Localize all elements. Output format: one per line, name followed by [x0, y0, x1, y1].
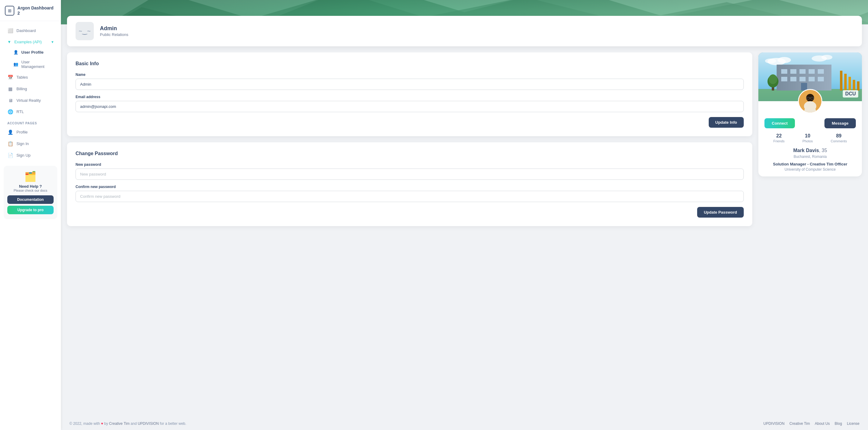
sidebar-item-virtual-reality[interactable]: 🖥 Virtual Reality: [2, 95, 59, 106]
brand-name: Argon Dashboard 2: [18, 5, 56, 16]
user-management-icon: 👥: [13, 62, 18, 66]
user-management-label: User Management: [21, 60, 54, 69]
sign-up-icon: 📄: [7, 153, 13, 158]
name-field-group: Name: [75, 73, 744, 90]
sidebar-nav: ⬜ Dashboard ▼ Examples (API) ▾ 👤 User Pr…: [0, 21, 61, 425]
footer-links: UPDIVISION Creative Tim About Us Blog Li…: [764, 422, 860, 426]
footer: © 2022, made with ♥ by Creative Tim and …: [61, 417, 868, 430]
footer-link-blog[interactable]: Blog: [835, 422, 842, 426]
footer-heart: ♥: [101, 422, 103, 426]
billing-label: Billing: [17, 87, 27, 91]
profile-card: DCU: [758, 52, 862, 176]
help-title: Need Help ?: [7, 184, 54, 189]
change-password-card: Change Password New password Confirm new…: [67, 142, 752, 226]
person-title: Solution Manager - Creative Tim Officer: [765, 162, 856, 166]
upgrade-button[interactable]: Upgrade to pro: [7, 206, 54, 214]
footer-copyright: © 2022, made with ♥ by Creative Tim and …: [69, 422, 186, 426]
basic-info-title: Basic Info: [75, 61, 744, 66]
friends-count: 22: [773, 133, 784, 139]
examples-label: Examples (API): [14, 39, 42, 44]
svg-rect-24: [848, 77, 851, 90]
sidebar-item-billing[interactable]: ▦ Billing: [2, 84, 59, 94]
new-password-input[interactable]: [75, 169, 744, 180]
name-label: Name: [75, 73, 744, 77]
content-area: Basic Info Name Email address Update Inf…: [61, 52, 868, 417]
confirm-password-input[interactable]: [75, 191, 744, 202]
footer-link-license[interactable]: License: [847, 422, 860, 426]
user-profile-label: User Profile: [21, 50, 43, 55]
sign-in-icon: 📋: [7, 141, 13, 147]
documentation-button[interactable]: Documentation: [7, 195, 54, 204]
message-button[interactable]: Message: [825, 118, 856, 128]
svg-rect-13: [800, 69, 806, 74]
sidebar-item-profile[interactable]: 👤 Profile: [2, 127, 59, 138]
avatar-icon: ~‿~: [79, 28, 90, 34]
profile-icon: 👤: [7, 130, 13, 135]
email-input[interactable]: [75, 101, 744, 112]
person-location: Bucharest, Romania: [765, 154, 856, 159]
svg-point-31: [806, 94, 814, 102]
profile-header-card: ~‿~ Admin Public Relations: [67, 16, 862, 46]
sidebar-item-rtl[interactable]: 🌐 RTL: [2, 106, 59, 117]
profile-card-avatar: [798, 89, 822, 113]
sidebar-item-sign-in[interactable]: 📋 Sign In: [2, 138, 59, 149]
rtl-icon: 🌐: [7, 109, 13, 115]
sidebar-item-dashboard[interactable]: ⬜ Dashboard: [2, 25, 59, 36]
photos-stat: 10 Photos: [803, 133, 813, 143]
sidebar-help-box: 🗂️ Need Help ? Please check our docs Doc…: [4, 166, 57, 219]
svg-point-6: [765, 58, 776, 63]
change-password-title: Change Password: [75, 151, 744, 156]
profile-name-section: Mark Davis, 35 Bucharest, Romania Soluti…: [758, 148, 862, 176]
name-input[interactable]: [75, 79, 744, 90]
vr-label: Virtual Reality: [17, 98, 41, 103]
brand-icon: ⊞: [5, 6, 14, 16]
sidebar-item-label: Dashboard: [17, 28, 36, 33]
sidebar-sub-item-user-management[interactable]: 👥 User Management: [2, 57, 59, 71]
person-age: , 35: [819, 148, 827, 153]
dcu-label: DCU: [843, 90, 858, 97]
svg-rect-18: [800, 77, 806, 81]
basic-info-card: Basic Info Name Email address Update Inf…: [67, 52, 752, 136]
main-content: ~‿~ Admin Public Relations Basic Info Na…: [61, 0, 868, 430]
sidebar: ⊞ Argon Dashboard 2 ⬜ Dashboard ▼ Exampl…: [0, 0, 61, 430]
sidebar-item-tables[interactable]: 📅 Tables: [2, 72, 59, 83]
left-column: Basic Info Name Email address Update Inf…: [67, 52, 752, 411]
vr-icon: 🖥: [7, 98, 13, 103]
sidebar-item-sign-up[interactable]: 📄 Sign Up: [2, 150, 59, 161]
footer-link-updivision[interactable]: UPDIVISION: [764, 422, 784, 426]
svg-rect-12: [790, 69, 797, 74]
chevron-down-icon: ▾: [52, 39, 54, 44]
update-password-button[interactable]: Update Password: [697, 207, 744, 218]
tables-label: Tables: [17, 75, 28, 80]
update-info-button[interactable]: Update Info: [709, 117, 744, 128]
svg-rect-22: [840, 71, 842, 90]
examples-icon: ▼: [7, 39, 11, 44]
sidebar-item-examples-api[interactable]: ▼ Examples (API) ▾: [2, 37, 59, 47]
email-field-group: Email address: [75, 95, 744, 112]
help-subtitle: Please check our docs: [7, 189, 54, 192]
connect-button[interactable]: Connect: [765, 118, 795, 128]
user-profile-icon: 👤: [13, 50, 18, 55]
svg-rect-17: [790, 77, 797, 81]
sidebar-sub-item-user-profile[interactable]: 👤 User Profile: [2, 48, 59, 57]
sign-up-label: Sign Up: [17, 153, 30, 157]
footer-link-about-us[interactable]: About Us: [815, 422, 830, 426]
footer-link-creative-tim[interactable]: Creative Tim: [789, 422, 810, 426]
svg-rect-20: [818, 77, 824, 81]
dashboard-icon: ⬜: [7, 28, 13, 33]
profile-label: Profile: [17, 130, 28, 134]
footer-updivision-link[interactable]: UPDIVISION: [138, 422, 159, 426]
confirm-password-group: Confirm new password: [75, 185, 744, 202]
svg-rect-15: [818, 69, 824, 74]
rtl-label: RTL: [17, 109, 24, 114]
right-column: DCU: [758, 52, 862, 411]
friends-stat: 22 Friends: [773, 133, 784, 143]
profile-stats: 22 Friends 10 Photos 89 Comments: [758, 128, 862, 148]
footer-creative-tim-link[interactable]: Creative Tim: [109, 422, 129, 426]
profile-header-name: Admin: [100, 25, 128, 32]
profile-header-role: Public Relations: [100, 32, 128, 37]
avatar-svg: [799, 89, 822, 113]
person-university: University of Computer Science: [765, 167, 856, 172]
comments-count: 89: [831, 133, 847, 139]
confirm-password-label: Confirm new password: [75, 185, 744, 189]
